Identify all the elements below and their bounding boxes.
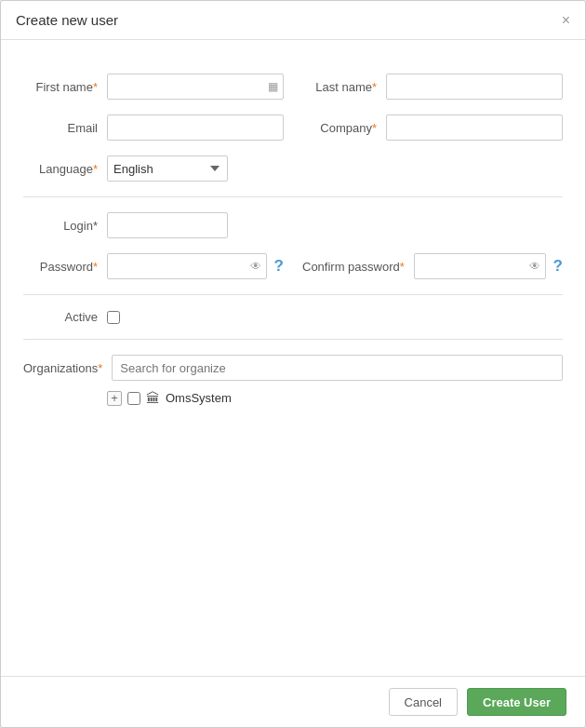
modal-footer: Cancel Create User xyxy=(1,676,585,727)
eye-icon: 👁 xyxy=(250,260,261,273)
password-row: Password* 👁 ? Confirm password* 👁 xyxy=(23,253,563,279)
email-input[interactable] xyxy=(107,115,284,141)
active-row: Active xyxy=(23,310,563,324)
eye-icon-confirm: 👁 xyxy=(529,260,540,273)
login-group: Login* xyxy=(23,212,293,238)
last-name-group: Last name* xyxy=(302,74,563,100)
org-search-row: Organizations* xyxy=(23,355,563,381)
org-icon: 🏛 xyxy=(146,390,160,406)
create-user-button[interactable]: Create User xyxy=(467,688,566,716)
confirm-password-input[interactable] xyxy=(414,253,546,279)
basic-info-section: First name* ▦ Last name* xyxy=(23,59,563,196)
password-label: Password* xyxy=(23,260,98,274)
language-row: Language* English French German Spanish xyxy=(23,155,563,182)
email-label: Email xyxy=(23,121,98,135)
first-name-label: First name* xyxy=(23,80,98,94)
org-search-input[interactable] xyxy=(112,355,563,381)
organizations-label: Organizations* xyxy=(23,361,102,375)
modal-title: Create new user xyxy=(16,12,118,28)
confirm-password-label: Confirm password* xyxy=(302,260,405,274)
password-input-wrapper: 👁 xyxy=(107,253,267,279)
first-name-input[interactable] xyxy=(107,74,284,100)
active-group: Active xyxy=(23,310,120,324)
first-name-input-wrapper: ▦ xyxy=(107,74,284,100)
login-row: Login* xyxy=(23,212,563,238)
cancel-button[interactable]: Cancel xyxy=(389,688,458,716)
login-label: Login* xyxy=(23,219,98,233)
organizations-section: Organizations* + 🏛 OmsSystem xyxy=(23,339,563,421)
tree-expand-button[interactable]: + xyxy=(107,391,122,406)
language-select[interactable]: English French German Spanish xyxy=(107,155,228,182)
email-company-row: Email Company* xyxy=(23,115,563,141)
last-name-input[interactable] xyxy=(386,74,563,100)
password-help-icon[interactable]: ? xyxy=(274,257,284,276)
last-name-label: Last name* xyxy=(302,80,377,94)
confirm-password-input-wrapper: 👁 xyxy=(414,253,546,279)
name-row: First name* ▦ Last name* xyxy=(23,74,563,100)
language-group: Language* English French German Spanish xyxy=(23,155,284,182)
credentials-section: Login* Password* 👁 ? xyxy=(23,196,563,294)
org-name: OmsSystem xyxy=(166,391,232,405)
password-input[interactable] xyxy=(107,253,267,279)
calendar-icon: ▦ xyxy=(268,80,278,93)
login-input[interactable] xyxy=(107,212,228,238)
org-tree: + 🏛 OmsSystem xyxy=(107,390,563,406)
confirm-password-group: Confirm password* 👁 ? xyxy=(302,253,563,279)
company-input[interactable] xyxy=(386,115,563,141)
company-label: Company* xyxy=(302,121,377,135)
company-group: Company* xyxy=(302,115,563,141)
active-section: Active xyxy=(23,294,563,339)
first-name-group: First name* ▦ xyxy=(23,74,284,100)
active-checkbox[interactable] xyxy=(107,311,120,324)
active-label: Active xyxy=(23,310,98,324)
email-group: Email xyxy=(23,115,284,141)
create-user-modal: Create new user × First name* ▦ xyxy=(0,0,586,728)
modal-header: Create new user × xyxy=(1,1,585,40)
org-tree-checkbox[interactable] xyxy=(127,392,140,405)
close-button[interactable]: × xyxy=(562,13,570,28)
language-label: Language* xyxy=(23,162,98,176)
password-group: Password* 👁 ? xyxy=(23,253,284,279)
modal-body: First name* ▦ Last name* xyxy=(1,40,585,676)
confirm-password-help-icon[interactable]: ? xyxy=(553,257,563,276)
